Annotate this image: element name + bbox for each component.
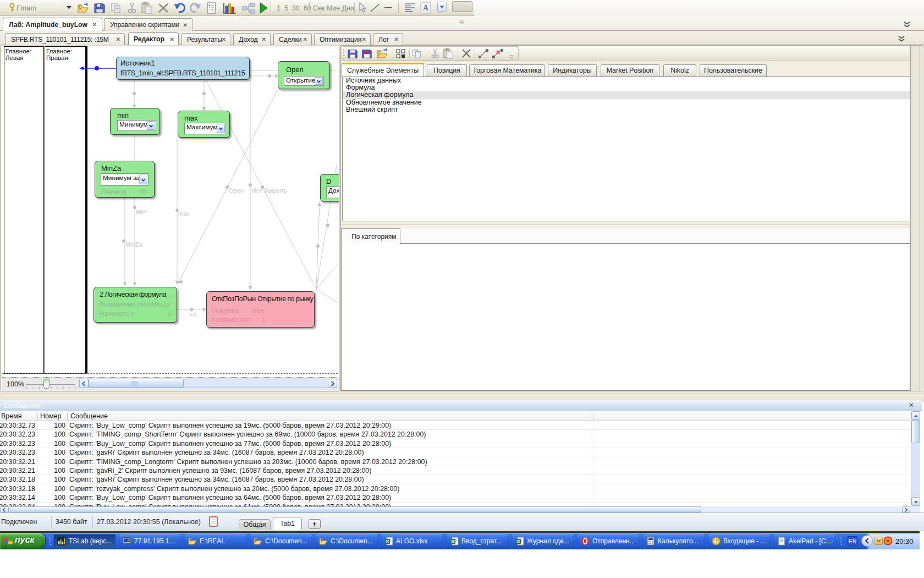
svg-text:A: A — [423, 4, 429, 12]
svg-text:Ист: Ист — [252, 187, 262, 194]
svg-text:max: max — [178, 210, 190, 217]
svg-text:мин: мин — [136, 208, 147, 215]
svg-text:Закрыть: Закрыть — [263, 187, 287, 194]
svg-text:Open: Open — [229, 187, 244, 194]
svg-text:ABC: ABC — [364, 50, 372, 54]
svg-text:Eq: Eq — [189, 310, 196, 317]
svg-text:MinZa: MinZa — [125, 241, 142, 248]
